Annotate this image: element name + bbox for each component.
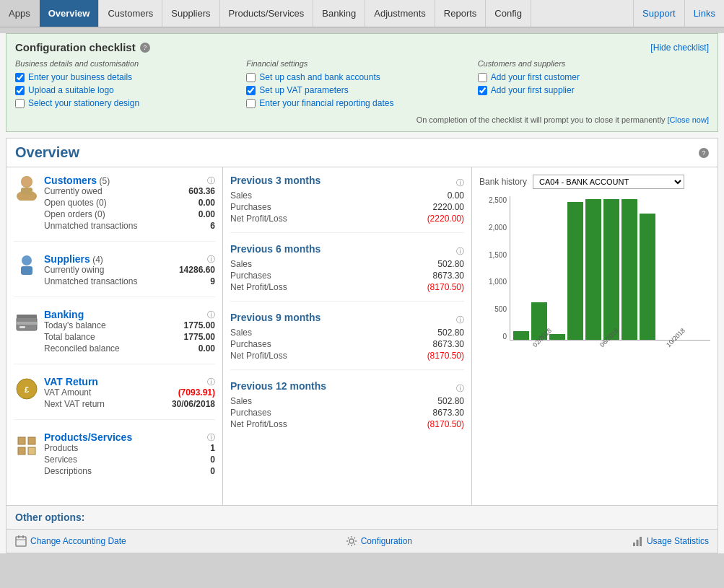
svg-rect-12 — [18, 437, 25, 444]
checklist-label-reporting-dates[interactable]: Enter your financial reporting dates — [259, 98, 393, 108]
bar-5[interactable] — [603, 199, 619, 340]
suppliers-info-icon[interactable]: ⓘ — [207, 254, 215, 265]
period-3m-info-icon[interactable]: ⓘ — [456, 177, 464, 188]
nav-suppliers[interactable]: Suppliers — [162, 0, 219, 27]
nav-config[interactable]: Config — [486, 0, 531, 27]
checklist-label-logo[interactable]: Upload a suitable logo — [28, 85, 114, 95]
checklist-checkbox-logo[interactable] — [15, 86, 25, 95]
checklist-section-business: Business details and customisation Enter… — [15, 59, 246, 111]
footer-actions: Change Accounting Date Configuration Usa… — [6, 529, 718, 553]
period-6m-purchases-value: 8673.30 — [433, 271, 464, 281]
banking-rows: Today's balance 1775.00 Total balance 17… — [44, 320, 215, 354]
period-3m-purchases-label: Purchases — [230, 202, 271, 212]
period-3m-sales-value: 0.00 — [448, 190, 464, 201]
y-label-1000: 1,000 — [479, 278, 507, 286]
banking-info-icon[interactable]: ⓘ — [207, 310, 215, 320]
checklist-item-first-customer: Add your first customer — [478, 72, 697, 82]
checklist-label-stationery[interactable]: Select your stationery design — [28, 98, 139, 108]
period-9m-net-row: Net Profit/Loss (8170.50) — [230, 351, 464, 361]
hide-checklist-button[interactable]: [Hide checklist] — [650, 43, 709, 53]
vat-info-icon[interactable]: ⓘ — [207, 377, 215, 387]
vat-rows: VAT Amount (7093.91) Next VAT return 30/… — [44, 387, 215, 409]
checklist-item-stationery: Select your stationery design — [15, 98, 235, 108]
bar-0[interactable] — [513, 331, 529, 340]
svg-rect-23 — [640, 537, 642, 546]
vat-name[interactable]: VAT Return — [44, 376, 98, 387]
bank-account-select[interactable]: CA04 - BANK ACCOUNT — [533, 175, 684, 189]
period-12m-purchases-row: Purchases 8673.30 — [230, 408, 464, 418]
checklist-checkbox-business-details[interactable] — [15, 73, 25, 82]
configuration-label: Configuration — [361, 536, 412, 546]
customers-owed-row: Currently owed 603.36 — [44, 186, 215, 196]
nav-products-services[interactable]: Products/Services — [220, 0, 314, 27]
bar-2[interactable] — [549, 334, 565, 340]
period-3m-net-row: Net Profit/Loss (2220.00) — [230, 214, 464, 224]
svg-rect-8 — [19, 326, 25, 328]
checklist-checkbox-reporting-dates[interactable] — [246, 99, 256, 108]
customers-orders-label: Open orders (0) — [44, 209, 105, 219]
products-name[interactable]: Products/Services — [44, 431, 132, 443]
checklist-label-business-details[interactable]: Enter your business details — [28, 72, 132, 82]
nav-overview[interactable]: Overview — [40, 0, 100, 27]
checklist-label-bank[interactable]: Set up cash and bank accounts — [259, 72, 380, 82]
period-6m-info-icon[interactable]: ⓘ — [456, 246, 464, 257]
checklist-checkbox-vat[interactable] — [246, 86, 256, 95]
nav-support[interactable]: Support — [633, 0, 684, 27]
suppliers-owing-row: Currently owing 14286.60 — [44, 265, 215, 275]
change-accounting-date-button[interactable]: Change Accounting Date — [15, 535, 126, 547]
period-9m-sales-value: 502.80 — [437, 328, 464, 338]
period-12m-net-value: (8170.50) — [427, 419, 464, 429]
checklist-label-vat[interactable]: Set up VAT parameters — [259, 85, 348, 95]
period-9m-title: Previous 9 months — [230, 312, 320, 323]
bar-7[interactable] — [640, 214, 655, 340]
checklist-checkbox-first-supplier[interactable] — [478, 86, 487, 95]
nav-apps[interactable]: Apps — [0, 0, 40, 27]
bar-3[interactable] — [567, 202, 583, 340]
products-descriptions-label: Descriptions — [44, 466, 92, 476]
bar-4[interactable] — [585, 199, 601, 340]
period-12m-purchases-value: 8673.30 — [433, 408, 464, 418]
checklist-help-icon[interactable]: ? — [140, 43, 150, 53]
checklist-checkbox-stationery[interactable] — [15, 99, 25, 108]
nav-links[interactable]: Links — [684, 0, 724, 27]
nav-customers[interactable]: Customers — [99, 0, 162, 27]
y-label-2500: 2,500 — [479, 196, 507, 204]
customers-quotes-label: Open quotes (0) — [44, 198, 107, 208]
period-6m-sales-row: Sales 502.80 — [230, 259, 464, 269]
bar-6[interactable] — [621, 199, 637, 340]
checklist-checkbox-bank[interactable] — [246, 73, 256, 82]
nav-reports[interactable]: Reports — [435, 0, 487, 27]
checklist-label-first-customer[interactable]: Add your first customer — [491, 72, 580, 82]
suppliers-name[interactable]: Suppliers — [44, 253, 90, 265]
banking-today-row: Today's balance 1775.00 — [44, 320, 215, 330]
period-9m-net-value: (8170.50) — [427, 351, 464, 361]
right-panel: Bank history CA04 - BANK ACCOUNT 2,500 2… — [472, 167, 718, 505]
close-now-link[interactable]: [Close now] — [668, 115, 709, 124]
customers-quotes-row: Open quotes (0) 0.00 — [44, 198, 215, 208]
left-panel: Customers (5) ⓘ Currently owed 603.36 — [6, 167, 223, 505]
customers-owed-value: 603.36 — [188, 186, 215, 196]
checklist-label-first-supplier[interactable]: Add your first supplier — [491, 85, 575, 95]
products-icon — [14, 431, 40, 457]
period-12m-info-icon[interactable]: ⓘ — [456, 383, 464, 394]
customers-info-icon[interactable]: ⓘ — [207, 175, 215, 186]
main-content: Configuration checklist ? [Hide checklis… — [0, 33, 724, 553]
usage-statistics-button[interactable]: Usage Statistics — [632, 535, 709, 547]
customers-name[interactable]: Customers — [44, 175, 97, 186]
checklist-checkbox-first-customer[interactable] — [478, 73, 487, 82]
period-6m-sales-value: 502.80 — [437, 259, 464, 269]
period-12m-net-label: Net Profit/Loss — [230, 419, 287, 429]
nav-banking[interactable]: Banking — [313, 0, 365, 27]
configuration-button[interactable]: Configuration — [346, 535, 412, 547]
period-9m-info-icon[interactable]: ⓘ — [456, 315, 464, 325]
checklist-item-bank: Set up cash and bank accounts — [246, 72, 466, 82]
overview-help-icon[interactable]: ? — [699, 148, 709, 158]
products-info-icon[interactable]: ⓘ — [207, 432, 215, 443]
svg-rect-9 — [17, 315, 37, 318]
nav-adjustments[interactable]: Adjustments — [365, 0, 435, 27]
other-options: Other options: — [6, 505, 718, 529]
banking-name[interactable]: Banking — [44, 309, 84, 320]
period-6months: Previous 6 months ⓘ Sales 502.80 Purchas… — [230, 243, 464, 302]
banking-today-label: Today's balance — [44, 320, 106, 330]
products-services-row: Services 0 — [44, 455, 215, 465]
